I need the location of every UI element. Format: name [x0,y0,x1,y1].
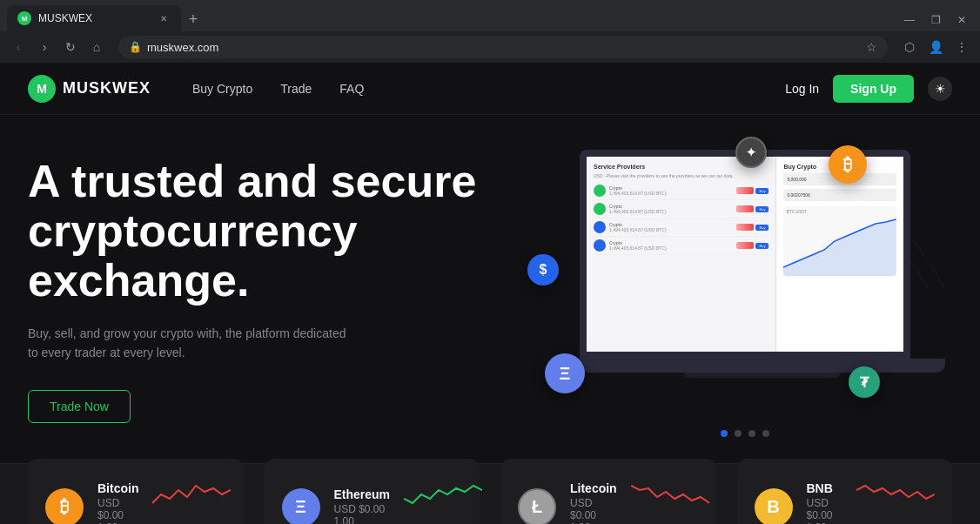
nav-link-trade[interactable]: Trade [280,82,312,96]
ticker-card-eth[interactable]: Ξ Ethereum USD $0.00 1.00 +0.75% [265,459,480,525]
screen-row-3-actions: Buy [736,224,769,231]
site-logo[interactable]: M MUSKWEX [28,75,151,103]
screen-row-1-actions: Buy [736,187,769,194]
ticker-card-ltc[interactable]: Ł Litecoin USD $0.00 1.00 -2.48% [500,459,716,525]
trade-now-button[interactable]: Trade Now [28,390,131,423]
screen-content: Service Providers USD · Please visit the… [587,157,903,352]
nav-floating-icon: ✦ [735,137,767,168]
tab-close-button[interactable]: ✕ [157,11,171,25]
new-tab-button[interactable]: + [181,7,205,31]
buy-chart-area: BTCUSDT [783,206,896,276]
buy-btn-4[interactable]: Buy [755,243,769,249]
ticker-card-btc[interactable]: ₿ Bitcoin USD $0.00 1.00 -1.18% [28,459,244,525]
btc-floating-icon: ₿ [829,145,867,184]
buy-rate-field: 0.00207506 [783,189,896,201]
minimize-button[interactable]: — [898,9,921,31]
screen-row-3: Crypto 1,494,403,614.87 (USD BTC) Buy [594,218,769,237]
ltc-icon: Ł [518,488,556,525]
login-button[interactable]: Log In [785,82,819,96]
eth-chart-col: +0.75% [404,473,482,525]
coin-icon-1 [594,185,606,197]
nav-actions: Log In Sign Up ☀ [785,75,952,103]
address-bar[interactable]: 🔒 muskwex.com ☆ [118,36,888,58]
settings-button[interactable]: ⋮ [950,36,973,58]
browser-action-buttons: ⬡ 👤 ⋮ [898,36,973,58]
ltc-name: Litecoin [570,481,617,495]
hero-subtitle: Buy, sell, and grow your crypto with, th… [28,324,359,363]
logo-icon: M [28,75,56,103]
tether-floating-icon: ₮ [849,366,880,398]
ticker-card-bnb[interactable]: B BNB USD $0.00 1.00 -1.47% [737,459,953,525]
back-button[interactable]: ‹ [7,36,30,58]
eth-price: USD $0.00 1.00 [334,503,391,525]
eth-icon: Ξ [282,488,320,525]
eth-floating-icon: Ξ [545,353,585,393]
chart-label: BTCUSDT [783,206,809,217]
screen-left-panel: Service Providers USD · Please visit the… [587,157,776,352]
screen-row-4: Crypto 1,494,403,614.87 (USD BTC) Buy [594,237,769,255]
svg-marker-0 [783,219,896,276]
ltc-chart-col: -2.48% [631,473,709,525]
nav-link-buy-crypto[interactable]: Buy Crypto [192,82,252,96]
tab-favicon: M [17,11,31,25]
laptop-screen: Service Providers USD · Please visit the… [580,150,910,359]
hero-section: A trusted and secure cryptocurrency exch… [0,115,980,463]
buy-btn-1[interactable]: Buy [755,188,769,194]
dot-1[interactable] [721,430,728,437]
home-button[interactable]: ⌂ [85,36,108,58]
nav-link-faq[interactable]: FAQ [339,82,364,96]
bookmark-icon[interactable]: ☆ [866,40,877,54]
bnb-chart-col: -1.47% [856,473,935,525]
maximize-button[interactable]: ❐ [924,9,947,31]
theme-toggle-button[interactable]: ☀ [928,77,952,101]
coin-icon-2 [594,203,606,215]
coin-icon-4 [594,239,606,252]
website-content: M MUSKWEX Buy Crypto Trade FAQ Log In Si… [0,63,980,524]
screen-left-subtext: USD · Please visit the providers to see … [594,173,769,178]
eth-name: Ethereum [334,487,391,501]
screen-row-2: Crypto 1,494,403,614.87 (USD BTC) Buy [594,200,769,218]
bnb-name: BNB [807,481,843,495]
site-navbar: M MUSKWEX Buy Crypto Trade FAQ Log In Si… [0,63,980,115]
bnb-icon: B [755,488,793,525]
laptop-foot [684,373,841,378]
carousel-dots [721,430,769,437]
btc-info: Bitcoin USD $0.00 1.00 [97,481,138,525]
screen-row-4-actions: Buy [736,242,769,249]
hero-visual: Service Providers USD · Please visit the… [527,132,963,463]
screen-row-2-actions: Buy [736,205,769,212]
coin-icon-3 [594,221,606,233]
ltc-price: USD $0.00 1.00 [570,497,617,525]
active-tab[interactable]: M MUSKWEX ✕ [7,5,181,31]
laptop-base [580,359,945,373]
bnb-price: USD $0.00 1.00 [807,497,843,525]
browser-tab-bar: M MUSKWEX ✕ + — ❐ ✕ [0,0,980,31]
dot-2[interactable] [735,430,742,437]
buy-btn-2[interactable]: Buy [755,206,769,212]
dot-3[interactable] [748,430,755,437]
mini-chart-1 [736,187,754,194]
price-chart-svg [783,206,896,276]
screen-right-panel: Buy Crypto 5,000,000 0.00207506 BTCUSDT [776,157,903,352]
hero-title: A trusted and secure cryptocurrency exch… [28,157,515,306]
profile-button[interactable]: 👤 [924,36,947,58]
reload-button[interactable]: ↻ [59,36,82,58]
logo-text: MUSKWEX [63,79,151,97]
buy-btn-3[interactable]: Buy [755,225,769,231]
url-text: muskwex.com [147,41,861,54]
close-window-button[interactable]: ✕ [950,9,973,31]
extensions-button[interactable]: ⬡ [898,36,921,58]
eth-chart [404,473,482,509]
nav-links: Buy Crypto Trade FAQ [192,82,785,96]
screen-row-1-text: Crypto 1,494,403,614.87 (USD BTC) [609,185,667,196]
forward-button[interactable]: › [33,36,56,58]
btc-icon: ₿ [45,488,84,525]
hero-content: A trusted and secure cryptocurrency exch… [28,157,515,463]
screen-row-1: Crypto 1,494,403,614.87 (USD BTC) Buy [594,182,769,200]
signup-button[interactable]: Sign Up [833,75,914,103]
btc-chart [152,473,231,509]
dot-4[interactable] [762,430,769,437]
btc-chart-col: -1.18% [152,473,231,525]
btc-price: USD $0.00 1.00 [97,497,138,525]
screen-row-4-text: Crypto 1,494,403,614.87 (USD BTC) [609,240,667,251]
